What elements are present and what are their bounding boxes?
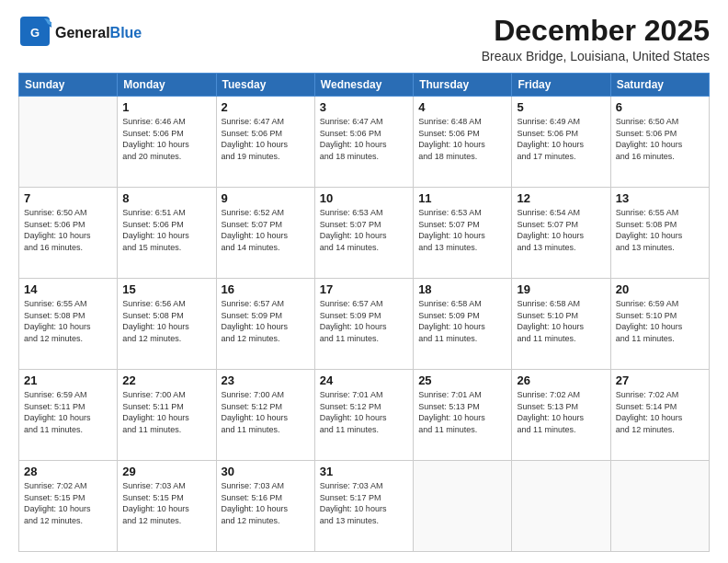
day-info: Sunrise: 6:58 AM Sunset: 5:10 PM Dayligh…	[517, 298, 605, 344]
month-title: December 2025	[482, 15, 710, 47]
day-info: Sunrise: 7:00 AM Sunset: 5:11 PM Dayligh…	[122, 389, 210, 435]
table-cell: 16Sunrise: 6:57 AM Sunset: 5:09 PM Dayli…	[216, 279, 314, 370]
day-number: 5	[517, 100, 605, 114]
logo: G GeneralBlue	[18, 15, 142, 52]
day-info: Sunrise: 6:52 AM Sunset: 5:07 PM Dayligh…	[222, 207, 310, 253]
table-cell: 1Sunrise: 6:46 AM Sunset: 5:06 PM Daylig…	[118, 97, 216, 188]
table-cell: 9Sunrise: 6:52 AM Sunset: 5:07 PM Daylig…	[216, 188, 314, 279]
day-number: 11	[418, 191, 506, 205]
day-number: 6	[616, 100, 704, 114]
week-row-4: 21Sunrise: 6:59 AM Sunset: 5:11 PM Dayli…	[19, 370, 710, 461]
table-cell: 28Sunrise: 7:02 AM Sunset: 5:15 PM Dayli…	[19, 461, 118, 552]
table-cell: 3Sunrise: 6:47 AM Sunset: 5:06 PM Daylig…	[314, 97, 413, 188]
day-info: Sunrise: 6:46 AM Sunset: 5:06 PM Dayligh…	[122, 116, 210, 162]
day-number: 30	[222, 465, 310, 478]
table-cell: 6Sunrise: 6:50 AM Sunset: 5:06 PM Daylig…	[610, 97, 709, 188]
day-number: 7	[24, 191, 112, 205]
day-number: 28	[24, 465, 112, 478]
day-info: Sunrise: 6:58 AM Sunset: 5:09 PM Dayligh…	[418, 298, 506, 344]
table-cell: 2Sunrise: 6:47 AM Sunset: 5:06 PM Daylig…	[216, 97, 314, 188]
col-friday: Friday	[512, 74, 610, 97]
week-row-3: 14Sunrise: 6:55 AM Sunset: 5:08 PM Dayli…	[19, 279, 710, 370]
day-number: 24	[320, 373, 408, 387]
table-cell: 30Sunrise: 7:03 AM Sunset: 5:16 PM Dayli…	[216, 461, 314, 552]
day-info: Sunrise: 6:47 AM Sunset: 5:06 PM Dayligh…	[222, 116, 310, 162]
table-cell: 19Sunrise: 6:58 AM Sunset: 5:10 PM Dayli…	[512, 279, 610, 370]
day-info: Sunrise: 6:57 AM Sunset: 5:09 PM Dayligh…	[222, 298, 310, 344]
table-cell: 20Sunrise: 6:59 AM Sunset: 5:10 PM Dayli…	[610, 279, 709, 370]
day-info: Sunrise: 6:50 AM Sunset: 5:06 PM Dayligh…	[616, 116, 704, 162]
table-cell: 27Sunrise: 7:02 AM Sunset: 5:14 PM Dayli…	[610, 370, 709, 461]
day-number: 4	[418, 100, 506, 114]
calendar-header-row: Sunday Monday Tuesday Wednesday Thursday…	[19, 74, 710, 97]
day-info: Sunrise: 6:59 AM Sunset: 5:10 PM Dayligh…	[616, 298, 704, 344]
day-info: Sunrise: 6:54 AM Sunset: 5:07 PM Dayligh…	[517, 207, 605, 253]
day-info: Sunrise: 7:02 AM Sunset: 5:14 PM Dayligh…	[616, 389, 704, 435]
day-number: 20	[616, 282, 704, 296]
day-info: Sunrise: 6:53 AM Sunset: 5:07 PM Dayligh…	[418, 207, 506, 253]
table-cell: 29Sunrise: 7:03 AM Sunset: 5:15 PM Dayli…	[118, 461, 216, 552]
day-number: 14	[24, 282, 112, 296]
day-number: 1	[122, 100, 210, 114]
logo-icon: G	[18, 15, 51, 52]
day-number: 16	[222, 282, 310, 296]
table-cell: 7Sunrise: 6:50 AM Sunset: 5:06 PM Daylig…	[19, 188, 118, 279]
day-info: Sunrise: 7:00 AM Sunset: 5:12 PM Dayligh…	[222, 389, 310, 435]
table-cell: 12Sunrise: 6:54 AM Sunset: 5:07 PM Dayli…	[512, 188, 610, 279]
logo-blue: Blue	[110, 25, 142, 40]
day-number: 27	[616, 373, 704, 387]
day-number: 3	[320, 100, 408, 114]
day-number: 19	[517, 282, 605, 296]
day-info: Sunrise: 7:03 AM Sunset: 5:17 PM Dayligh…	[320, 480, 408, 526]
logo-text: GeneralBlue	[55, 25, 142, 41]
day-number: 25	[418, 373, 506, 387]
col-wednesday: Wednesday	[314, 74, 413, 97]
table-cell: 25Sunrise: 7:01 AM Sunset: 5:13 PM Dayli…	[414, 370, 512, 461]
table-cell: 24Sunrise: 7:01 AM Sunset: 5:12 PM Dayli…	[314, 370, 413, 461]
table-cell: 4Sunrise: 6:48 AM Sunset: 5:06 PM Daylig…	[414, 97, 512, 188]
day-info: Sunrise: 7:02 AM Sunset: 5:15 PM Dayligh…	[24, 480, 112, 526]
day-info: Sunrise: 7:01 AM Sunset: 5:13 PM Dayligh…	[418, 389, 506, 435]
table-cell: 8Sunrise: 6:51 AM Sunset: 5:06 PM Daylig…	[118, 188, 216, 279]
week-row-5: 28Sunrise: 7:02 AM Sunset: 5:15 PM Dayli…	[19, 461, 710, 552]
day-info: Sunrise: 6:57 AM Sunset: 5:09 PM Dayligh…	[320, 298, 408, 344]
table-cell: 13Sunrise: 6:55 AM Sunset: 5:08 PM Dayli…	[610, 188, 709, 279]
day-info: Sunrise: 6:55 AM Sunset: 5:08 PM Dayligh…	[616, 207, 704, 253]
table-cell: 17Sunrise: 6:57 AM Sunset: 5:09 PM Dayli…	[314, 279, 413, 370]
title-block: December 2025 Breaux Bridge, Louisiana, …	[482, 15, 710, 63]
day-number: 21	[24, 373, 112, 387]
day-number: 26	[517, 373, 605, 387]
page: G GeneralBlue December 2025 Breaux Bridg…	[0, 0, 728, 563]
col-sunday: Sunday	[19, 74, 118, 97]
table-cell: 31Sunrise: 7:03 AM Sunset: 5:17 PM Dayli…	[314, 461, 413, 552]
col-monday: Monday	[118, 74, 216, 97]
col-saturday: Saturday	[610, 74, 709, 97]
week-row-2: 7Sunrise: 6:50 AM Sunset: 5:06 PM Daylig…	[19, 188, 710, 279]
day-info: Sunrise: 7:03 AM Sunset: 5:15 PM Dayligh…	[122, 480, 210, 526]
day-info: Sunrise: 6:53 AM Sunset: 5:07 PM Dayligh…	[320, 207, 408, 253]
table-cell: 10Sunrise: 6:53 AM Sunset: 5:07 PM Dayli…	[314, 188, 413, 279]
day-info: Sunrise: 6:56 AM Sunset: 5:08 PM Dayligh…	[122, 298, 210, 344]
calendar-table: Sunday Monday Tuesday Wednesday Thursday…	[18, 73, 710, 552]
day-number: 9	[222, 191, 310, 205]
day-number: 29	[122, 465, 210, 478]
day-number: 15	[122, 282, 210, 296]
logo-general: General	[55, 25, 110, 40]
day-number: 2	[222, 100, 310, 114]
table-cell	[414, 461, 512, 552]
day-info: Sunrise: 7:02 AM Sunset: 5:13 PM Dayligh…	[517, 389, 605, 435]
day-number: 10	[320, 191, 408, 205]
day-info: Sunrise: 7:03 AM Sunset: 5:16 PM Dayligh…	[222, 480, 310, 526]
day-info: Sunrise: 6:47 AM Sunset: 5:06 PM Dayligh…	[320, 116, 408, 162]
table-cell: 22Sunrise: 7:00 AM Sunset: 5:11 PM Dayli…	[118, 370, 216, 461]
col-tuesday: Tuesday	[216, 74, 314, 97]
day-info: Sunrise: 6:48 AM Sunset: 5:06 PM Dayligh…	[418, 116, 506, 162]
day-number: 23	[222, 373, 310, 387]
table-cell: 23Sunrise: 7:00 AM Sunset: 5:12 PM Dayli…	[216, 370, 314, 461]
day-info: Sunrise: 6:59 AM Sunset: 5:11 PM Dayligh…	[24, 389, 112, 435]
table-cell: 15Sunrise: 6:56 AM Sunset: 5:08 PM Dayli…	[118, 279, 216, 370]
day-number: 8	[122, 191, 210, 205]
table-cell: 21Sunrise: 6:59 AM Sunset: 5:11 PM Dayli…	[19, 370, 118, 461]
location: Breaux Bridge, Louisiana, United States	[482, 49, 710, 63]
header: G GeneralBlue December 2025 Breaux Bridg…	[18, 15, 710, 63]
